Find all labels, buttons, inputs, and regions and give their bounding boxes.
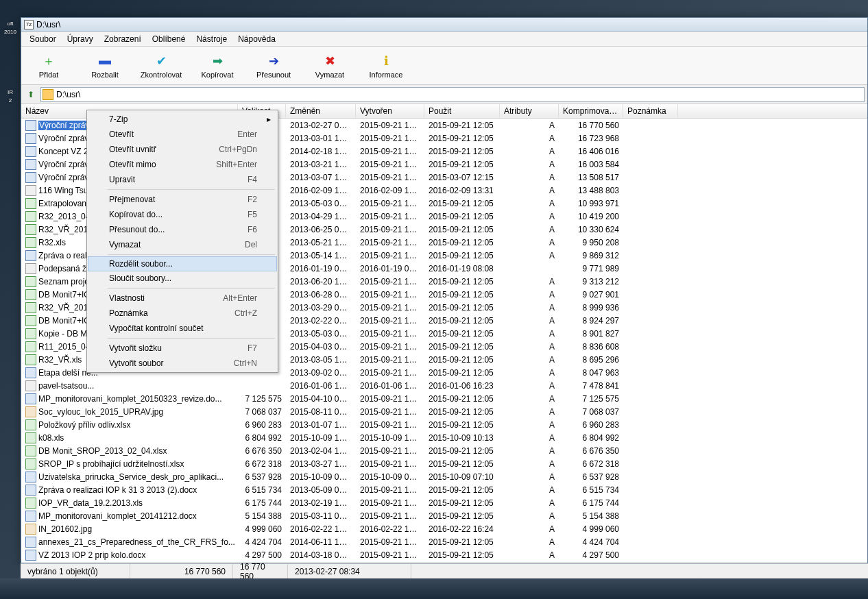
- table-row[interactable]: prezentace porada odboru 30_4_2015_final…: [21, 561, 867, 563]
- cell-use: 2015-09-21 12:05: [424, 446, 500, 456]
- cell-crt: 2015-09-21 12:05: [356, 303, 424, 313]
- file-name-cell[interactable]: Položkový příliv odliv.xlsx: [21, 419, 238, 430]
- cell-use: 2015-09-21 12:05: [424, 290, 500, 300]
- table-row[interactable]: IOP_VR_data_19.2.2013.xls6 175 7442013-0…: [21, 496, 867, 509]
- column-header[interactable]: Poznámka: [623, 104, 678, 118]
- informace-icon: ℹ: [378, 53, 394, 69]
- table-row[interactable]: IN_201602.jpg4 999 0602016-02-22 16:2420…: [21, 522, 867, 535]
- context-item[interactable]: Přesunout do...F6: [88, 222, 276, 237]
- menu-oblíbené[interactable]: Oblíbené: [147, 32, 191, 46]
- column-header[interactable]: Změněn: [286, 104, 356, 118]
- context-item[interactable]: Kopírovat do...F5: [88, 207, 276, 222]
- address-input[interactable]: [56, 90, 863, 99]
- table-row[interactable]: MP_monitorovani_komplet_20150323_revize.…: [21, 392, 867, 405]
- context-item[interactable]: Vytvořit složkuF7: [88, 341, 276, 356]
- toolbar-přesunout[interactable]: ➔Přesunout: [252, 53, 296, 79]
- file-name-cell[interactable]: MP_monitorovani_komplet_20150323_revize.…: [21, 393, 238, 404]
- file-name-cell[interactable]: annexes_21_cs_Preparedness_of_the_CR_FRS…: [21, 537, 238, 548]
- column-header[interactable]: Použit: [424, 104, 500, 118]
- cell-use: 2015-09-21 12:05: [424, 407, 500, 417]
- table-row[interactable]: k08.xls6 804 9922015-10-09 10:142015-10-…: [21, 431, 867, 444]
- table-row[interactable]: DB Monit_SROP_2013_02_04.xlsx6 676 35020…: [21, 444, 867, 457]
- context-item[interactable]: Otevřít mimoShift+Enter: [88, 157, 276, 172]
- xls-file-icon: [25, 237, 36, 248]
- file-name-cell[interactable]: DB Monit_SROP_2013_02_04.xlsx: [21, 445, 238, 456]
- cell-crt: 2015-09-21 12:05: [356, 446, 424, 456]
- context-shortcut: F4: [248, 175, 257, 184]
- menu-soubor[interactable]: Soubor: [24, 32, 62, 46]
- context-item[interactable]: Vytvořit souborCtrl+N: [88, 356, 276, 371]
- cell-attr: A: [500, 446, 559, 456]
- file-name-cell[interactable]: Zpráva o realizaci IOP k 31 3 2013 (2).d…: [21, 485, 238, 496]
- address-box[interactable]: [40, 87, 865, 102]
- cell-attr: A: [500, 472, 559, 482]
- titlebar[interactable]: 7z D:\usr\: [21, 18, 867, 32]
- cell-attr: A: [500, 277, 559, 286]
- context-item[interactable]: Otevřít uvnitřCtrl+PgDn: [88, 142, 276, 157]
- doc-file-icon: [25, 159, 36, 170]
- cell-attr: A: [500, 355, 559, 365]
- cell-use: 2015-09-21 12:05: [424, 160, 500, 169]
- toolbar-label: Přidat: [39, 71, 59, 79]
- file-name-cell[interactable]: MP_monitorovani_komplet_20141212.docx: [21, 511, 238, 522]
- file-name-cell[interactable]: SROP_IP s probíhající udržitelností.xlsx: [21, 459, 238, 469]
- cell-attr: A: [500, 420, 559, 430]
- rozbalit-icon: ▬: [97, 53, 113, 69]
- menu-zobrazení[interactable]: Zobrazení: [99, 32, 147, 46]
- file-name-cell[interactable]: VZ 2013 IOP 2 prip kolo.docx: [21, 550, 238, 561]
- cell-use: 2015-09-21 12:05: [424, 121, 500, 130]
- cell-mod: 2014-06-11 12:12: [286, 537, 356, 547]
- context-label: Sloučit soubory...: [109, 273, 257, 283]
- context-item[interactable]: PoznámkaCtrl+Z: [88, 306, 276, 321]
- context-item[interactable]: OtevřítEnter: [88, 127, 276, 142]
- context-item[interactable]: Vypočítat kontrolní součet: [88, 321, 276, 336]
- toolbar-kopírovat[interactable]: ➡Kopírovat: [195, 53, 239, 79]
- toolbar-informace[interactable]: ℹInformace: [364, 53, 408, 79]
- table-row[interactable]: pavel-tsatsou...2016-01-06 16:232016-01-…: [21, 379, 867, 392]
- file-name-cell[interactable]: Soc_vylouc_lok_2015_UPRAV.jpg: [21, 406, 238, 417]
- context-item[interactable]: PřejmenovatF2: [88, 192, 276, 207]
- context-item[interactable]: Sloučit soubory...: [88, 271, 276, 286]
- context-item[interactable]: VlastnostiAlt+Enter: [88, 291, 276, 306]
- cell-attr: A: [500, 238, 559, 247]
- context-item[interactable]: UpravitF4: [88, 172, 276, 187]
- status-date: 2013-02-27 08:34: [288, 564, 411, 578]
- cell-attr: A: [500, 186, 559, 195]
- table-row[interactable]: annexes_21_cs_Preparedness_of_the_CR_FRS…: [21, 535, 867, 548]
- table-row[interactable]: MP_monitorovani_komplet_20141212.docx5 1…: [21, 509, 867, 522]
- column-header[interactable]: Vytvořen: [356, 104, 424, 118]
- toolbar-rozbalit[interactable]: ▬Rozbalit: [83, 53, 127, 79]
- toolbar-přidat[interactable]: ＋Přidat: [27, 53, 71, 79]
- table-row[interactable]: Uzivatelska_prirucka_Service_desk_pro_ap…: [21, 470, 867, 483]
- menu-nápověda[interactable]: Nápověda: [232, 32, 281, 46]
- cell-attr: A: [500, 459, 559, 469]
- context-item[interactable]: Rozdělit soubor...: [88, 256, 277, 271]
- cell-comp: 10 330 624: [559, 225, 623, 234]
- column-header[interactable]: Atributy: [500, 104, 559, 118]
- context-item[interactable]: VymazatDel: [88, 237, 276, 252]
- file-name-cell[interactable]: IN_201602.jpg: [21, 524, 238, 535]
- file-name-cell[interactable]: k08.xls: [21, 432, 238, 443]
- toolbar-vymazat[interactable]: ✖Vymazat: [308, 53, 352, 79]
- menu-nástroje[interactable]: Nástroje: [191, 32, 232, 46]
- toolbar-label: Rozbalit: [91, 71, 119, 79]
- context-item[interactable]: 7-Zip▸: [88, 112, 276, 127]
- table-row[interactable]: Položkový příliv odliv.xlsx6 960 2832013…: [21, 418, 867, 431]
- table-row[interactable]: Soc_vylouc_lok_2015_UPRAV.jpg7 068 03720…: [21, 405, 867, 418]
- doc-file-icon: [25, 250, 36, 261]
- column-header[interactable]: Komprimovan...: [559, 104, 623, 118]
- xls-file-icon: [25, 419, 36, 430]
- taskbar[interactable]: [0, 578, 868, 599]
- menu-úpravy[interactable]: Úpravy: [62, 32, 99, 46]
- table-row[interactable]: VZ 2013 IOP 2 prip kolo.docx4 297 500201…: [21, 548, 867, 561]
- table-row[interactable]: Zpráva o realizaci IOP k 31 3 2013 (2).d…: [21, 483, 867, 496]
- cell-comp: 6 672 318: [559, 459, 623, 469]
- file-name-cell[interactable]: IOP_VR_data_19.2.2013.xls: [21, 498, 238, 509]
- file-name-cell[interactable]: prezentace porada odboru 30_4_2015_final…: [21, 563, 238, 563]
- table-row[interactable]: SROP_IP s probíhající udržitelností.xlsx…: [21, 457, 867, 470]
- doc-file-icon: [25, 146, 36, 157]
- file-name-cell[interactable]: Uzivatelska_prirucka_Service_desk_pro_ap…: [21, 472, 238, 482]
- file-name-cell[interactable]: pavel-tsatsou...: [21, 380, 238, 391]
- toolbar-zkontrolovat[interactable]: ✔Zkontrolovat: [139, 53, 183, 79]
- up-button[interactable]: ⬆: [24, 88, 38, 101]
